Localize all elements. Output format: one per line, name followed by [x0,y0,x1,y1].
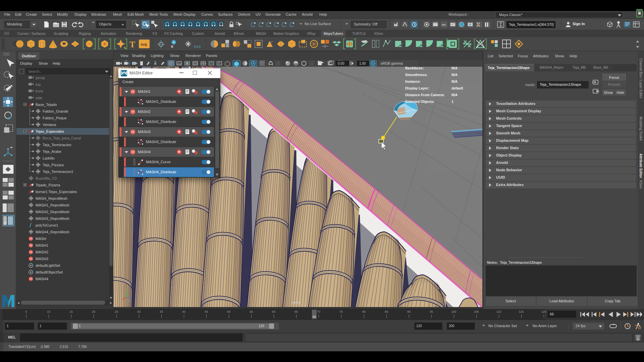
svg-text:T: T [218,62,220,65]
svg-text:N/A: N/A [451,79,458,83]
svg-text:1: 1 [451,100,453,104]
svg-text:0.00: 0.00 [338,62,344,65]
svg-text:svg: svg [141,42,147,46]
svg-text:x: x [128,299,129,302]
svg-text:default: default [451,86,463,90]
svg-text:Backfaces:: Backfaces: [405,67,424,70]
svg-text:IPR: IPR [442,24,446,26]
svg-text:N/A: N/A [451,73,458,77]
svg-text:1.00: 1.00 [359,62,366,65]
svg-text:N/A: N/A [451,93,458,97]
svg-text:sRGB gamma: sRGB gamma [381,61,403,65]
svg-text:persp: persp [292,301,301,304]
svg-text:Display Layer:: Display Layer: [405,86,429,90]
svg-text:Distance From Camera:: Distance From Camera: [405,93,445,97]
svg-text:Selected Objects:: Selected Objects: [405,100,435,104]
svg-text:N/A: N/A [451,67,458,70]
svg-text:Instance:: Instance: [405,79,421,83]
svg-text:Smoothness:: Smoothness: [405,73,428,77]
